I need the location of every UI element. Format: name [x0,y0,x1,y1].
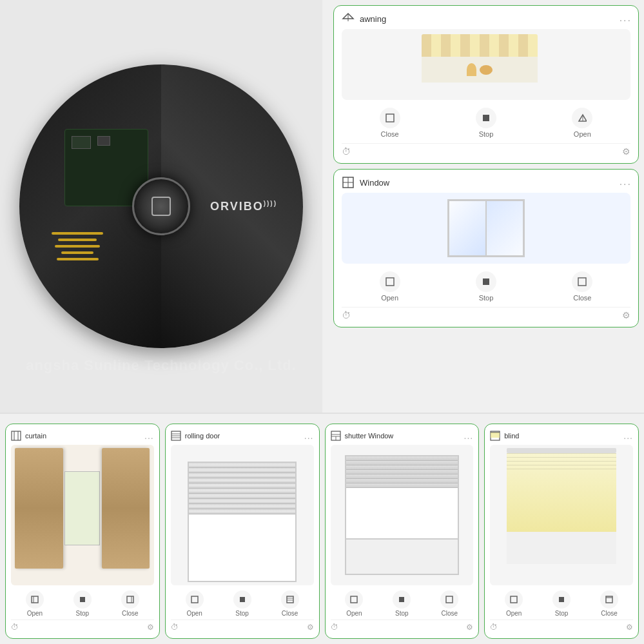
shutter-stop-btn[interactable]: Stop [393,590,411,617]
curtain-title: curtain [25,432,46,440]
window-settings-icon[interactable]: ⚙ [622,310,630,320]
shutter-bottom-section [346,538,458,573]
awning-controls: Close Stop Open [342,105,630,141]
section-separator [0,413,644,414]
blind-open-svg [510,596,518,603]
window-stop-svg [482,277,491,286]
pcb-elements [39,116,155,245]
blind-card: blind ... [484,424,639,639]
blind-open-icon [505,590,523,609]
window-close-btn[interactable]: Close [572,271,592,302]
svg-rect-9 [386,278,394,286]
window-clock-icon[interactable]: ⏱ [342,310,351,320]
rolling-door-close-btn[interactable]: Close [281,590,299,617]
rolling-door-stop-btn[interactable]: Stop [233,590,251,617]
curtain-close-btn[interactable]: Close [121,590,139,617]
awning-stop-svg [482,113,491,122]
svg-rect-18 [127,596,133,603]
blind-clock-icon[interactable]: ⏱ [490,623,498,632]
brand-name: ORVIBO [210,200,264,213]
curtain-settings-icon[interactable]: ⚙ [147,623,154,632]
blind-menu[interactable]: ... [623,431,633,441]
curtain-open-btn[interactable]: Open [26,590,44,617]
window-menu[interactable]: ... [620,176,632,188]
curtain-stop-btn[interactable]: Stop [73,590,92,617]
shutter-stop-label: Stop [395,610,409,617]
awning-stop-icon [476,108,496,128]
device-circle: ORVIBO)))) [19,64,303,348]
awning-card-header: awning ... [342,12,630,25]
awning-close-icon [380,108,400,128]
rolling-door-card: rolling door ... [165,424,320,639]
watermark-text: angsha Sunline Technology Co., Ltd. [26,357,297,374]
blind-open-btn[interactable]: Open [505,590,523,617]
awning-stop-btn[interactable]: Stop [476,108,496,138]
pcb-chip-2 [97,136,110,146]
rolling-door-open-btn[interactable]: Open [186,590,204,617]
svg-rect-25 [240,597,245,602]
rolling-door-illustration [171,445,314,585]
brand-text: ORVIBO)))) [210,200,277,213]
curtain-footer: ⏱ ⚙ [11,620,154,632]
awning-settings-icon[interactable]: ⚙ [622,146,630,157]
blind-close-btn[interactable]: Close [600,590,618,617]
rolling-door-footer: ⏱ ⚙ [171,620,314,632]
awning-open-btn[interactable]: Open [572,108,592,138]
awning-title: awning [360,14,386,24]
curtain-clock-icon[interactable]: ⏱ [11,623,19,632]
awning-clock-icon[interactable]: ⏱ [342,146,351,157]
shutter-open-svg [350,596,358,603]
shutter-close-btn[interactable]: Close [440,590,458,617]
rolling-door-settings-icon[interactable]: ⚙ [307,623,314,632]
blind-stop-icon [552,590,571,609]
shutter-window-card: shutter Window ... [325,424,480,639]
window-stop-btn[interactable]: Stop [476,271,496,302]
shutter-window-controls: Open Stop Close [331,590,474,617]
awning-icon [342,12,355,25]
center-button[interactable] [132,177,190,235]
blind-close-svg [605,596,613,603]
blind-icon [490,431,500,441]
shutter-stop-svg [398,596,405,603]
awning-figure [467,63,476,76]
svg-rect-40 [559,597,564,602]
svg-rect-10 [483,278,489,285]
window-close-svg [578,277,587,286]
shutter-open-btn[interactable]: Open [345,590,363,617]
window-open-btn[interactable]: Open [380,271,400,302]
rolling-door-clock-icon[interactable]: ⏱ [171,623,179,632]
window-pane-right [487,201,523,255]
gold-trace-5 [57,258,99,260]
awning-menu[interactable]: ... [620,12,632,24]
window-stop-icon [476,271,496,292]
svg-rect-17 [80,597,85,602]
window-close-icon [572,271,592,292]
shutter-clock-icon[interactable]: ⏱ [331,623,338,632]
rolling-door-image [171,445,314,585]
awning-footer: ⏱ ⚙ [342,143,630,157]
blind-stop-btn[interactable]: Stop [552,590,571,617]
rolling-close-svg [286,596,294,603]
blind-title: blind [504,432,519,440]
window-footer: ⏱ ⚙ [342,307,630,320]
blind-close-label: Close [601,610,618,617]
awning-close-btn[interactable]: Close [380,108,400,138]
window-stop-label: Stop [479,294,494,302]
window-controls: Open Stop Close [342,269,630,304]
awning-stripes [422,34,538,57]
curtain-controls: Open Stop Close [11,590,154,617]
blind-bottom-area [507,532,616,565]
pcb-chip-1 [72,136,91,149]
curtain-window [64,471,100,545]
shutter-window-title: shutter Window [345,432,394,440]
shutter-window-image [331,445,474,585]
shutter-window-menu[interactable]: ... [464,431,474,441]
window-frame [447,199,525,257]
rolling-door-open-label: Open [186,610,202,617]
svg-rect-26 [287,596,293,603]
shutter-settings-icon[interactable]: ⚙ [466,623,473,632]
rolling-door-menu[interactable]: ... [304,431,314,441]
blind-settings-icon[interactable]: ⚙ [626,623,633,632]
curtain-menu[interactable]: ... [144,431,154,441]
window-open-icon [380,271,400,292]
